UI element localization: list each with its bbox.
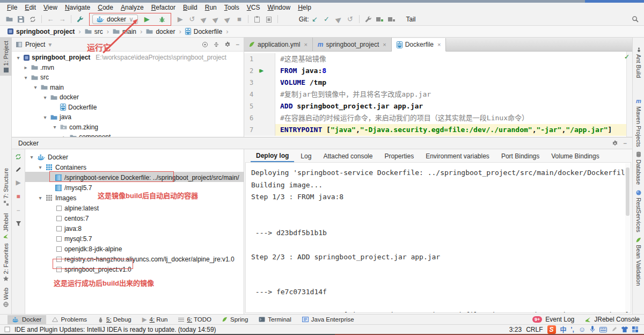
menu-file[interactable]: File bbox=[3, 3, 21, 13]
image-row[interactable]: java:8 bbox=[25, 223, 244, 234]
image-row[interactable]: openjdk:8-jdk-alpine bbox=[25, 244, 244, 254]
hide-panel-icon[interactable]: − bbox=[236, 41, 239, 48]
sidebar-item-maven-projects[interactable]: m Maven Projects bbox=[633, 98, 644, 147]
tab-environment-variables[interactable]: Environment variables bbox=[420, 150, 495, 162]
sidebar-item-jrebel[interactable]: JRebel bbox=[0, 213, 12, 239]
close-icon[interactable]: × bbox=[304, 41, 307, 48]
tab-attached-console[interactable]: Attached console bbox=[318, 150, 378, 162]
menu-run[interactable]: Run bbox=[201, 3, 221, 13]
image-row[interactable]: alpine:latest bbox=[25, 203, 244, 213]
breadcrumb-project[interactable]: springboot_project bbox=[8, 28, 75, 35]
tree-row-component[interactable]: ▸ component bbox=[12, 132, 244, 137]
wrench-gray-icon[interactable] bbox=[363, 14, 374, 25]
sidebar-item-bean-validation[interactable]: Bean Validation bbox=[633, 237, 644, 286]
tab-log[interactable]: Log bbox=[295, 150, 317, 162]
project-panel-title[interactable]: Project bbox=[25, 41, 45, 48]
editor-scrollbar[interactable] bbox=[626, 52, 632, 137]
image-row[interactable]: centos:7 bbox=[25, 213, 244, 223]
open-icon[interactable] bbox=[4, 14, 14, 25]
toolbar-item-todo[interactable]: 6: TODO bbox=[173, 315, 216, 324]
clipboard-icon[interactable] bbox=[252, 14, 262, 25]
git-push-icon[interactable]: ▶ bbox=[333, 14, 344, 25]
chevron-expanded-icon[interactable]: ▾ bbox=[37, 195, 43, 201]
gear-icon[interactable] bbox=[612, 140, 618, 147]
caret-down-icon[interactable]: ▾ bbox=[48, 41, 52, 48]
save-icon[interactable] bbox=[16, 14, 26, 25]
edit-icon[interactable] bbox=[16, 166, 21, 172]
log-scrollbar[interactable] bbox=[625, 163, 630, 312]
run-disabled-icon[interactable]: ▶ bbox=[175, 14, 186, 25]
coverage-icon[interactable]: ▶ bbox=[199, 14, 209, 25]
chevron-collapsed-icon[interactable]: ▸ bbox=[23, 64, 29, 70]
locate-icon[interactable] bbox=[202, 41, 208, 48]
breadcrumb-dockerfile[interactable]: Dockerfile bbox=[185, 28, 222, 35]
collapse-all-icon[interactable] bbox=[213, 41, 219, 48]
log-scroll-thumb[interactable] bbox=[626, 168, 630, 216]
stop-icon[interactable]: ■ bbox=[16, 193, 20, 200]
toolbar-item-java-enterprise[interactable]: Java Enterprise bbox=[297, 315, 359, 324]
menu-tools[interactable]: Tools bbox=[221, 3, 243, 13]
menu-window[interactable]: Window bbox=[264, 3, 294, 13]
sidebar-item-favorites[interactable]: 2: Favorites bbox=[0, 243, 12, 281]
tree-row-package[interactable]: ▾ com.zking bbox=[12, 122, 244, 133]
chevron-expanded-icon[interactable]: ▾ bbox=[15, 55, 21, 61]
wrench-icon[interactable] bbox=[75, 14, 85, 25]
filter-icon[interactable] bbox=[16, 221, 21, 227]
back-icon[interactable]: ← bbox=[45, 14, 56, 25]
sidebar-item-web[interactable]: Web bbox=[0, 288, 12, 307]
status-checkbox-icon[interactable] bbox=[4, 326, 10, 332]
git-pull-icon[interactable]: ↙ bbox=[310, 14, 320, 25]
chevron-expanded-icon[interactable]: ▾ bbox=[42, 114, 48, 120]
sidebar-item-project[interactable]: 1: Project bbox=[0, 38, 12, 76]
search-icon[interactable] bbox=[630, 14, 640, 25]
event-log-button[interactable]: Event Log bbox=[545, 316, 574, 323]
start-icon[interactable]: ▶ bbox=[16, 179, 20, 186]
tab-dockerfile[interactable]: Dockerfile × bbox=[392, 38, 447, 52]
toolbar-item-problems[interactable]: Problems bbox=[47, 315, 92, 324]
skin-shirt-icon[interactable] bbox=[621, 326, 628, 332]
containers-row[interactable]: ▾ Containers bbox=[25, 162, 244, 172]
menu-navigate[interactable]: Navigate bbox=[61, 3, 94, 13]
tab-properties[interactable]: Properties bbox=[379, 150, 419, 162]
sidebar-item-structure[interactable]: 7: Structure bbox=[0, 168, 12, 206]
image-row[interactable]: registry.cn-hangzhou.aliyuncs.com/lj_doc… bbox=[25, 254, 244, 264]
toolbar-item-docker[interactable]: Docker bbox=[8, 315, 46, 324]
tab-application-yml[interactable]: application.yml × bbox=[244, 38, 313, 51]
keyboard-icon[interactable] bbox=[599, 327, 607, 332]
tab-volume-bindings[interactable]: Volume Bindings bbox=[546, 150, 604, 162]
ime-smiley-icon[interactable]: ☺ bbox=[579, 325, 586, 333]
tree-row-root[interactable]: ▾ springboot_project E:\workspace\ideaPr… bbox=[12, 53, 244, 63]
menu-vcs[interactable]: VCS bbox=[243, 3, 264, 13]
ime-chinese-icon[interactable]: 中 bbox=[560, 325, 567, 334]
code-area[interactable]: 1 #这是基础镜像 2 ▶▶ FROM java:8 3 VOLUME /tmp bbox=[244, 52, 632, 137]
run-gutter-icon[interactable]: ▶▶ bbox=[259, 65, 261, 77]
tree-row-dockerfile[interactable]: Dockerfile bbox=[12, 103, 244, 113]
tree-row-main[interactable]: ▾ main bbox=[12, 83, 244, 93]
hide-panel-icon[interactable]: − bbox=[623, 140, 627, 147]
handwriting-icon[interactable] bbox=[611, 326, 617, 332]
forward-icon[interactable]: → bbox=[57, 14, 68, 25]
sync-icon[interactable] bbox=[27, 14, 38, 25]
menu-code[interactable]: Code bbox=[94, 3, 117, 13]
menu-help[interactable]: Help bbox=[294, 3, 315, 13]
deploy-log-output[interactable]: Deploying 'springboot-service Dockerfile… bbox=[245, 162, 631, 313]
close-icon[interactable]: × bbox=[437, 41, 441, 48]
microphone-icon[interactable] bbox=[590, 326, 595, 333]
menu-build[interactable]: Build bbox=[179, 3, 201, 13]
sogou-toolbox-icon[interactable] bbox=[632, 326, 639, 333]
save-all-icon[interactable] bbox=[386, 14, 397, 25]
menu-edit[interactable]: Edit bbox=[21, 3, 40, 13]
chevron-expanded-icon[interactable]: ▾ bbox=[28, 154, 35, 160]
image-row[interactable]: springboot_project:v1.0 bbox=[25, 264, 244, 274]
breadcrumb-src[interactable]: src bbox=[85, 28, 103, 35]
ime-punct-icon[interactable]: ', bbox=[571, 326, 574, 333]
run-config-dropdown[interactable]: docker ∨ bbox=[92, 14, 138, 24]
image-row[interactable]: mysql:5.7 bbox=[25, 234, 244, 244]
rerun-disabled-icon[interactable]: ↺ bbox=[187, 14, 197, 25]
chevron-expanded-icon[interactable]: ▾ bbox=[52, 124, 58, 130]
breadcrumb-docker[interactable]: docker bbox=[146, 28, 175, 35]
toolbar-item-terminal[interactable]: Terminal bbox=[254, 315, 296, 324]
git-commit-icon[interactable]: ✓ bbox=[321, 14, 332, 25]
tab-springboot-project[interactable]: m springboot_project × bbox=[313, 38, 392, 51]
toolbar-item-spring[interactable]: Spring bbox=[217, 315, 253, 324]
